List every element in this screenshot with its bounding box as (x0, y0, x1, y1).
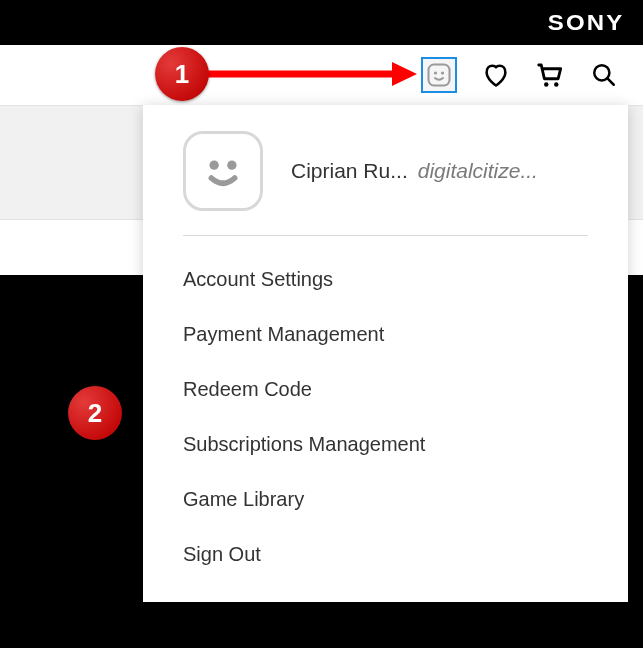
menu-subscriptions-management[interactable]: Subscriptions Management (183, 417, 588, 472)
annotation-badge-1: 1 (155, 47, 209, 101)
heart-icon (482, 61, 510, 89)
cart-icon (535, 60, 565, 90)
wishlist-button[interactable] (481, 60, 511, 90)
dropdown-header: Ciprian Ru... digitalcitize... (183, 131, 588, 211)
search-icon (591, 62, 617, 88)
sony-logo: SONY (547, 10, 624, 36)
svg-marker-10 (392, 62, 417, 86)
sony-global-bar: SONY (0, 0, 643, 45)
annotation-arrow-icon (207, 60, 417, 90)
svg-rect-0 (429, 65, 450, 86)
menu-game-library[interactable]: Game Library (183, 472, 588, 527)
annotation-badge-2-label: 2 (88, 398, 102, 429)
user-handle: digitalcitize... (418, 159, 538, 183)
avatar-large (183, 131, 263, 211)
menu-account-settings[interactable]: Account Settings (183, 252, 588, 307)
profile-button[interactable] (421, 57, 457, 93)
menu-sign-out[interactable]: Sign Out (183, 527, 588, 582)
menu-redeem-code[interactable]: Redeem Code (183, 362, 588, 417)
menu-payment-management[interactable]: Payment Management (183, 307, 588, 362)
annotation-badge-2: 2 (68, 386, 122, 440)
user-display-name: Ciprian Ru... (291, 159, 408, 183)
user-identity: Ciprian Ru... digitalcitize... (291, 159, 538, 183)
svg-line-6 (607, 78, 613, 84)
annotation-badge-1-label: 1 (175, 59, 189, 90)
dropdown-separator (183, 235, 588, 236)
svg-point-2 (441, 71, 444, 74)
cart-button[interactable] (535, 60, 565, 90)
svg-point-8 (227, 161, 236, 170)
svg-point-1 (434, 71, 437, 74)
account-dropdown: Ciprian Ru... digitalcitize... Account S… (143, 105, 628, 602)
svg-point-3 (544, 82, 549, 87)
search-button[interactable] (589, 60, 619, 90)
svg-point-7 (209, 161, 218, 170)
svg-point-4 (554, 82, 559, 87)
smiley-avatar-icon (427, 63, 451, 87)
smiley-avatar-large-icon (195, 143, 251, 199)
